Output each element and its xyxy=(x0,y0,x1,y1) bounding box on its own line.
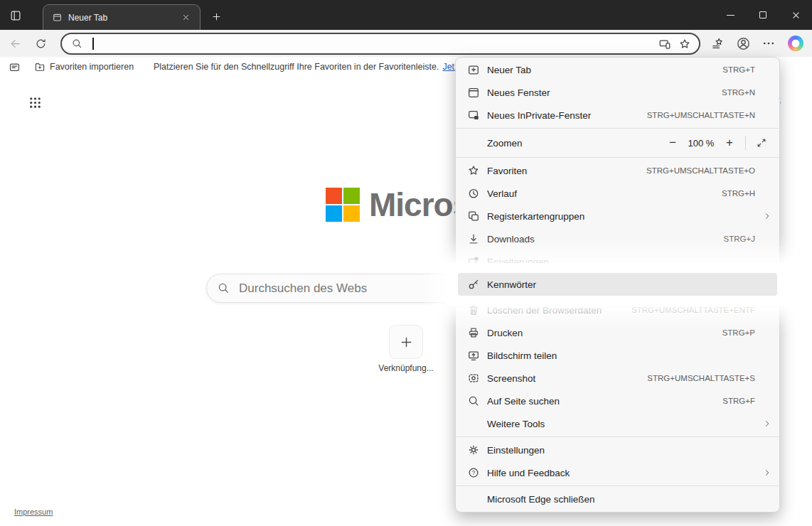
star-icon xyxy=(678,38,691,50)
menu-item-verlauf[interactable]: Verlauf STRG+H xyxy=(456,182,779,205)
search-icon xyxy=(68,35,86,53)
help-icon xyxy=(467,466,480,479)
back-button[interactable] xyxy=(5,33,25,53)
menu-item-einstellungen[interactable]: Einstellungen xyxy=(456,439,779,461)
more-ellipsis-icon xyxy=(762,36,776,50)
copilot-icon xyxy=(788,36,803,51)
zoom-out-button[interactable]: − xyxy=(663,134,682,152)
menu-separator xyxy=(456,436,779,437)
menu-item-label: Bildschirm teilen xyxy=(487,350,771,361)
send-to-devices-button[interactable] xyxy=(655,35,675,53)
menu-item-label: Favoriten xyxy=(487,166,646,176)
menu-item-drucken[interactable]: Drucken STRG+P xyxy=(456,321,779,344)
menu-item-neues-fenster[interactable]: Neues Fenster STRG+N xyxy=(456,81,779,104)
menu-item-hilfe-und-feedback[interactable]: Hilfe und Feedback xyxy=(456,461,779,484)
settings-more-button[interactable] xyxy=(759,33,779,53)
menu-item-label: Drucken xyxy=(487,328,722,338)
address-bar[interactable] xyxy=(60,33,700,55)
tab-neuer-tab[interactable]: Neuer Tab xyxy=(43,4,201,30)
favorites-hub-icon xyxy=(711,37,725,50)
menu-item-shortcut: STRG+P xyxy=(722,328,755,337)
menu-item-kennwoerter[interactable]: Kennwörter xyxy=(458,273,777,296)
back-icon xyxy=(9,37,22,50)
menu-item-label: Löschen der Browserdaten xyxy=(487,305,631,316)
menu-item-shortcut: STRG+F xyxy=(722,397,755,405)
menu-item-weitere-tools[interactable]: Weitere Tools xyxy=(456,412,779,435)
menu-item-label: Neuer Tab xyxy=(487,65,722,75)
extensions-icon xyxy=(467,255,480,268)
shortcut-tile-label: Verknüpfung... xyxy=(353,363,459,373)
new-window-icon xyxy=(467,86,480,99)
refresh-button[interactable] xyxy=(31,33,50,53)
favorites-bar-page-button[interactable] xyxy=(6,59,23,75)
menu-item-label: Kennwörter xyxy=(487,279,771,290)
fullscreen-button[interactable] xyxy=(752,134,771,152)
toolbar xyxy=(0,30,812,57)
menu-item-erweiterungen[interactable]: Erweiterungen xyxy=(456,250,779,273)
submenu-chevron-icon xyxy=(761,419,774,429)
close-window-button[interactable] xyxy=(779,0,812,30)
apps-grid-button[interactable] xyxy=(25,92,45,112)
impressum-link[interactable]: Impressum xyxy=(14,508,53,516)
menu-item-label: Auf Seite suchen xyxy=(487,396,722,407)
menu-item-edge-schliessen[interactable]: Microsoft Edge schließen xyxy=(456,488,779,510)
new-tab-icon xyxy=(467,63,480,76)
tab-close-button[interactable] xyxy=(178,11,193,25)
send-to-devices-icon xyxy=(658,38,671,50)
menu-item-downloads[interactable]: Downloads STRG+J xyxy=(456,227,779,250)
menu-item-shortcut: STRG+T xyxy=(722,65,755,74)
waffle-icon xyxy=(28,96,42,109)
menu-item-auf-seite-suchen[interactable]: Auf Seite suchen STRG+F xyxy=(456,390,779,412)
refresh-icon xyxy=(35,38,47,50)
favorites-hub-button[interactable] xyxy=(707,33,727,53)
icon-spacer xyxy=(467,493,480,505)
menu-item-label: Microsoft Edge schließen xyxy=(487,494,771,505)
text-caret xyxy=(92,38,94,50)
menu-item-favoriten[interactable]: Favoriten STRG+UMSCHALTTASTE+O xyxy=(456,159,779,182)
menu-item-label: Downloads xyxy=(487,234,724,245)
copilot-button[interactable] xyxy=(786,33,806,53)
menu-item-label: Screenshot xyxy=(487,373,647,384)
screenshot-icon xyxy=(467,372,480,385)
maximize-icon xyxy=(759,11,766,18)
search-icon xyxy=(217,281,230,295)
maximize-button[interactable] xyxy=(747,0,779,30)
menu-item-registerkartengruppen[interactable]: Registerkartengruppen xyxy=(456,205,779,227)
plus-icon xyxy=(399,335,414,350)
menu-item-label: Weitere Tools xyxy=(487,419,761,429)
close-icon xyxy=(791,10,801,21)
address-input[interactable] xyxy=(90,35,645,52)
microsoft-logo-squares xyxy=(326,188,360,222)
menu-item-shortcut: STRG+H xyxy=(722,189,755,198)
tab-favicon-icon xyxy=(52,12,63,23)
zoom-in-button[interactable]: + xyxy=(720,134,739,152)
titlebar: Neuer Tab xyxy=(0,0,812,30)
menu-item-neuer-tab[interactable]: Neuer Tab STRG+T xyxy=(456,58,779,81)
menu-item-bildschirm-teilen[interactable]: Bildschirm teilen xyxy=(456,344,779,367)
minimize-button[interactable] xyxy=(714,0,747,30)
zoom-divider xyxy=(745,136,746,150)
menu-separator xyxy=(456,157,779,158)
avatar-icon xyxy=(736,36,751,51)
add-favorite-button[interactable] xyxy=(675,35,695,53)
menu-item-shortcut: STRG+UMSCHALTTASTE+O xyxy=(646,166,755,175)
logo-square-blue xyxy=(326,205,342,222)
menu-item-shortcut: STRG+UMSCHALTTASTE+N xyxy=(647,111,755,119)
tab-actions-button[interactable] xyxy=(7,7,24,24)
tab-actions-icon xyxy=(9,9,22,22)
settings-gear-icon xyxy=(467,444,480,456)
star-icon xyxy=(467,164,480,177)
history-icon xyxy=(467,187,480,200)
menu-item-loeschen-browserdaten[interactable]: Löschen der Browserdaten STRG+UMSCHALTTA… xyxy=(456,299,779,321)
menu-separator xyxy=(456,128,779,129)
tab-groups-icon xyxy=(467,210,480,222)
menu-item-screenshot[interactable]: Screenshot STRG+UMSCHALTTASTE+S xyxy=(456,367,779,390)
menu-item-label: Erweiterungen xyxy=(487,257,771,267)
printer-icon xyxy=(467,326,480,339)
new-tab-button[interactable] xyxy=(208,8,225,25)
import-favorites-button[interactable]: Favoriten importieren xyxy=(31,59,137,75)
menu-item-inprivate-fenster[interactable]: Neues InPrivate-Fenster STRG+UMSCHALTTAS… xyxy=(456,104,779,127)
profile-button[interactable] xyxy=(733,33,753,53)
add-shortcut-tile[interactable] xyxy=(389,325,423,359)
edge-menu: Neuer Tab STRG+T Neues Fenster STRG+N Ne… xyxy=(455,57,780,512)
